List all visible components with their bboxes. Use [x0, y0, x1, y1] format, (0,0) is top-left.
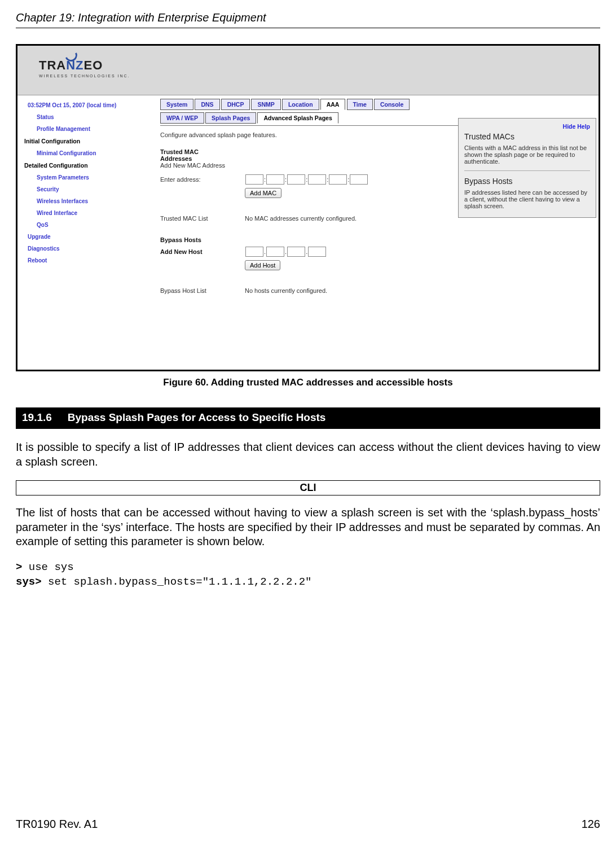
host-oct-1[interactable]	[245, 247, 263, 257]
add-mac-button[interactable]: Add MAC	[245, 188, 281, 198]
paragraph-1: It is possible to specify a list of IP a…	[16, 440, 600, 469]
sidebar-cat-detailed: Detailed Configuration	[24, 162, 152, 169]
sidebar-item-status[interactable]: Status	[37, 114, 152, 120]
host-oct-3[interactable]	[287, 247, 305, 257]
sidebar-item-wired[interactable]: Wired Interface	[37, 210, 152, 216]
mac-oct-1[interactable]	[245, 174, 263, 185]
help-text-2: IP addresses listed here can be accessed…	[464, 189, 590, 209]
help-panel: Hide Help Trusted MACs Clients with a MA…	[458, 118, 596, 218]
screenshot-figure: TRANZEO WIRELESS TECHNOLOGIES INC. 03:52…	[16, 44, 600, 371]
add-host-button[interactable]: Add Host	[245, 260, 280, 270]
section-title: Bypass Splash Pages for Access to Specif…	[68, 411, 326, 423]
tab-wpa[interactable]: WPA / WEP	[160, 112, 204, 124]
footer-right: 126	[582, 818, 600, 831]
tab-splash[interactable]: Splash Pages	[205, 112, 256, 124]
host-subheading: Add New Host	[160, 248, 245, 255]
figure-caption: Figure 60. Adding trusted MAC addresses …	[16, 377, 600, 388]
sidebar-item-upgrade[interactable]: Upgrade	[28, 234, 152, 240]
sidebar-time: 03:52PM Oct 15, 2007 (local time)	[28, 102, 152, 108]
host-oct-4[interactable]	[308, 247, 326, 257]
main-panel: System DNS DHCP SNMP Location AAA Time C…	[156, 95, 599, 370]
tab-snmp[interactable]: SNMP	[251, 99, 280, 110]
host-list-label: Bypass Host List	[160, 287, 245, 294]
logo-part3: EO	[84, 58, 103, 72]
help-title-2: Bypass Hosts	[464, 177, 590, 186]
tab-location[interactable]: Location	[282, 99, 319, 110]
sidebar-item-reboot[interactable]: Reboot	[28, 257, 152, 264]
section-heading: 19.1.6Bypass Splash Pages for Access to …	[16, 407, 600, 429]
host-list-value: No hosts currently configured.	[245, 287, 327, 294]
section-number: 19.1.6	[22, 411, 52, 424]
footer-left: TR0190 Rev. A1	[16, 818, 98, 831]
cli-prompt-2: sys>	[16, 576, 42, 588]
mac-oct-2[interactable]	[266, 174, 284, 185]
tab-system[interactable]: System	[160, 99, 193, 110]
chapter-title: Chapter 19: Integration with Enterprise …	[16, 11, 600, 24]
hide-help-link[interactable]: Hide Help	[464, 123, 590, 130]
sidebar-item-security[interactable]: Security	[37, 186, 152, 192]
sidebar-item-diag[interactable]: Diagnostics	[28, 245, 152, 252]
cli-line-1: use sys	[22, 561, 73, 573]
help-divider	[464, 170, 590, 171]
mac-enter-label: Enter address:	[160, 176, 245, 183]
mac-list-value: No MAC addresses currently configured.	[245, 215, 357, 222]
sidebar-item-sysparams[interactable]: System Parameters	[37, 174, 152, 181]
bypass-hosts-section: Bypass Hosts Add New Host . . . Add Host…	[160, 236, 594, 294]
sidebar-cat-initial: Initial Configuration	[24, 138, 152, 144]
sidebar-item-minimal[interactable]: Minimal Configuration	[37, 150, 152, 156]
tab-aaa[interactable]: AAA	[320, 99, 346, 110]
tab-time[interactable]: Time	[347, 99, 373, 110]
sidebar: 03:52PM Oct 15, 2007 (local time) Status…	[17, 95, 156, 370]
cli-block: > use sys sys> set splash.bypass_hosts="…	[16, 560, 600, 589]
mac-oct-4[interactable]	[308, 174, 326, 185]
tab-dns[interactable]: DNS	[195, 99, 219, 110]
help-title-1: Trusted MACs	[464, 132, 590, 141]
app-header: TRANZEO WIRELESS TECHNOLOGIES INC.	[17, 46, 599, 95]
sidebar-item-qos[interactable]: QoS	[37, 222, 152, 228]
cli-header: CLI	[16, 480, 600, 495]
page-footer: TR0190 Rev. A1 126	[16, 818, 600, 831]
divider	[16, 28, 600, 28]
help-text-1: Clients with a MAC address in this list …	[464, 144, 590, 165]
cli-prompt-1: >	[16, 561, 22, 573]
paragraph-2: The list of hosts that can be accessed w…	[16, 506, 600, 549]
logo-part1: TRA	[39, 58, 66, 72]
sidebar-item-wireless[interactable]: Wireless Interfaces	[37, 198, 152, 204]
cli-line-2: set splash.bypass_hosts="1.1.1.1,2.2.2.2…	[42, 576, 312, 588]
logo-text: TRANZEO	[39, 58, 103, 73]
tab-console[interactable]: Console	[374, 99, 410, 110]
logo-subtitle: WIRELESS TECHNOLOGIES INC.	[39, 74, 130, 78]
tab-dhcp[interactable]: DHCP	[221, 99, 250, 110]
mac-list-label: Trusted MAC List	[160, 215, 245, 222]
mac-oct-6[interactable]	[350, 174, 368, 185]
mac-oct-3[interactable]	[287, 174, 305, 185]
mac-oct-5[interactable]	[329, 174, 347, 185]
host-oct-2[interactable]	[266, 247, 284, 257]
logo-part2: NZ	[66, 58, 83, 72]
tab-advsplash[interactable]: Advanced Splash Pages	[257, 112, 338, 124]
sidebar-item-profile[interactable]: Profile Management	[37, 126, 152, 132]
tab-row-1: System DNS DHCP SNMP Location AAA Time C…	[160, 99, 594, 110]
host-heading: Bypass Hosts	[160, 236, 594, 243]
